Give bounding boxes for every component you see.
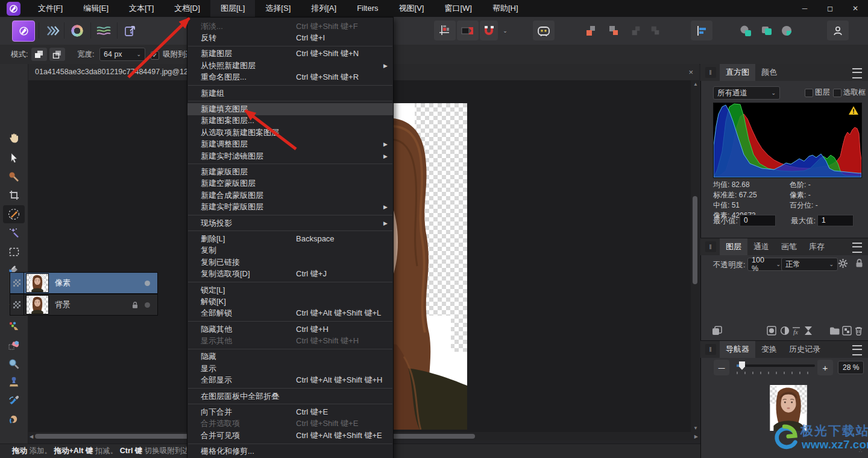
layers-checkbox[interactable] [805,89,813,99]
menu-item[interactable]: 删除[L] Backspace ▶ [187,233,393,244]
scroll-down-icon[interactable]: ▼ [693,425,698,431]
menubar-item[interactable]: Filters [347,0,388,17]
layer-row-background[interactable]: 背景 [10,294,158,316]
menu-item[interactable]: 锁定[L] ▶ [187,284,393,296]
view-tool[interactable] [3,129,25,147]
opacity-combobox[interactable]: 100 %⌄ [747,258,785,271]
menu-item[interactable]: 显示 ▶ [187,363,393,374]
delete-layer-button[interactable] [854,326,863,336]
flood-select-tool[interactable] [3,224,25,242]
menu-item[interactable]: 向下合并 Ctrl 键+E ▶ [187,406,393,418]
selection-brush-tool[interactable] [3,205,25,223]
menu-item[interactable]: 隐藏其他 Ctrl 键+H ▶ [187,323,393,335]
blend-mode-combobox[interactable]: 正常⌄ [781,258,838,271]
account-button[interactable] [827,21,849,40]
tab-close-button[interactable]: × [686,64,696,80]
channel-select[interactable]: 所有通道 ⌄ [713,86,780,100]
geometry-add-button[interactable] [735,21,757,40]
menubar-item[interactable]: 图层[L] [210,0,255,17]
menubar-item[interactable]: 帮助[H] [482,0,529,17]
minimize-button[interactable]: ─ [792,0,817,17]
menubar-item[interactable]: 视图[V] [389,0,435,17]
snapping-magnet-button[interactable] [480,21,498,40]
scroll-left-icon[interactable]: ◀ [30,434,33,439]
document-tab[interactable]: 01a41458ae3c3da801219c77484497.jpg@1280w [28,64,202,80]
menu-item[interactable]: 新建图案图层... ▶ [187,115,393,127]
panel-grip-icon[interactable]: ‖ [705,241,716,252]
menu-item[interactable]: 解锁[K] ▶ [187,296,393,307]
geometry-subtract-button[interactable] [756,21,778,40]
menu-item[interactable]: 新建蒙版图层 ▶ [187,166,393,177]
tone-mapping-persona-button[interactable] [93,21,115,40]
menu-item[interactable]: 全部显示 Ctrl 键+Alt 键+Shift 键+H ▶ [187,375,393,386]
panel-grip-icon[interactable]: ‖ [705,67,716,78]
menu-item[interactable]: 新建合成蒙版图层 ▶ [187,189,393,201]
menubar-item[interactable]: 文档[D] [164,0,210,17]
develop-persona-button[interactable] [66,21,88,40]
layer-options-gear-icon[interactable] [838,258,848,269]
zoom-in-button[interactable]: + [817,360,833,375]
panel-tab[interactable]: 直方图 [720,64,755,81]
selection-mode-new-button[interactable] [31,48,47,61]
adjustment-layer-button[interactable] [780,326,790,336]
close-button[interactable]: ✕ [843,0,868,17]
alignment-button[interactable] [691,21,712,40]
menu-item[interactable]: 复制已链接 ▶ [187,256,393,268]
menubar-item[interactable]: 排列[A] [301,0,347,17]
panel-resize-grip[interactable]: ∴ [859,450,865,456]
panel-menu-icon[interactable] [852,68,862,78]
color-picker-tool[interactable] [3,168,25,186]
eraser-tool[interactable] [3,336,25,354]
paint-brush-tool[interactable] [3,391,25,409]
layer-visibility-dot[interactable] [145,302,150,308]
assistant-robot-button[interactable] [533,21,555,40]
menu-item[interactable]: 在图层面板中全部折叠 ▶ [187,390,393,402]
max-input[interactable]: 1 [817,215,854,226]
menu-item[interactable]: 合并选取项 Ctrl 键+Shift 键+E ▶ [187,418,393,430]
menu-item[interactable]: 新建实时蒙版图层 ▶ [187,201,393,212]
layer-visibility-dot[interactable] [145,281,150,286]
live-filter-button[interactable]: fx [791,326,802,336]
menu-item[interactable]: 新建填充图层 ▶ [187,103,393,115]
arrange-move-forward-button[interactable] [580,21,602,40]
layer-grip[interactable] [10,294,24,315]
arrange-move-backward-button[interactable] [603,21,624,40]
menu-item[interactable]: 全部解锁 Ctrl 键+Alt 键+Shift 键+L ▶ [187,308,393,319]
menu-item[interactable]: 栅格化和修剪... ▶ [187,446,393,457]
menu-item[interactable]: 新建空蒙版图层 ▶ [187,178,393,189]
menubar-item[interactable]: 文件[F] [28,0,73,17]
menu-item[interactable]: 从快照新建图层 ▶ [187,60,393,71]
menu-item[interactable]: 渐淡... Ctrl 键+Shift 键+F ▶ [187,21,393,32]
menu-item[interactable]: 新建组 ▶ [187,87,393,99]
layer-row-pixel[interactable]: 像素 [10,272,158,294]
duplicate-layer-button[interactable] [711,325,723,337]
lock-icon[interactable] [855,258,864,268]
layer-grip[interactable] [10,273,24,293]
marquee-tool[interactable] [3,243,25,261]
menu-item[interactable]: 反转 Ctrl 键+I ▶ [187,32,393,43]
zoom-value-box[interactable]: 28 % [838,361,864,374]
menubar-item[interactable]: 窗口[W] [434,0,482,17]
menu-item[interactable]: 合并可见项 Ctrl 键+Alt 键+Shift 键+E ▶ [187,430,393,441]
snapping-options-chevron[interactable]: ⌄ [498,21,509,40]
zoom-tool[interactable] [3,355,25,373]
width-combobox[interactable]: 64 px ⌄ [99,48,145,61]
move-tool[interactable] [3,148,25,167]
menu-item[interactable]: 显示其他 Ctrl 键+Shift 键+H ▶ [187,335,393,346]
menu-item[interactable]: 重命名图层... Ctrl 键+Shift 键+R ▶ [187,72,393,83]
group-layers-button[interactable] [829,326,840,336]
panel-menu-icon[interactable] [852,243,862,253]
panel-tab[interactable]: 通道 [747,238,775,255]
menu-item[interactable]: 新建图层 Ctrl 键+Shift 键+N ▶ [187,48,393,60]
export-persona-button[interactable] [119,21,141,40]
clone-stamp-tool[interactable] [3,373,25,391]
layer-lock-icon[interactable] [131,301,139,309]
menubar-item[interactable]: 选择[S] [255,0,301,17]
snap-checkbox[interactable]: ✓ [151,50,159,60]
selection-mode-add-button[interactable] [49,48,65,61]
marquee-checkbox[interactable] [833,89,841,99]
menu-item[interactable]: 复制选取项[D] Ctrl 键+J ▶ [187,268,393,279]
menu-item[interactable]: 新建实时滤镜图层 ▶ [187,150,393,162]
mask-layer-button[interactable] [767,326,776,336]
zoom-slider-thumb[interactable] [739,361,745,370]
